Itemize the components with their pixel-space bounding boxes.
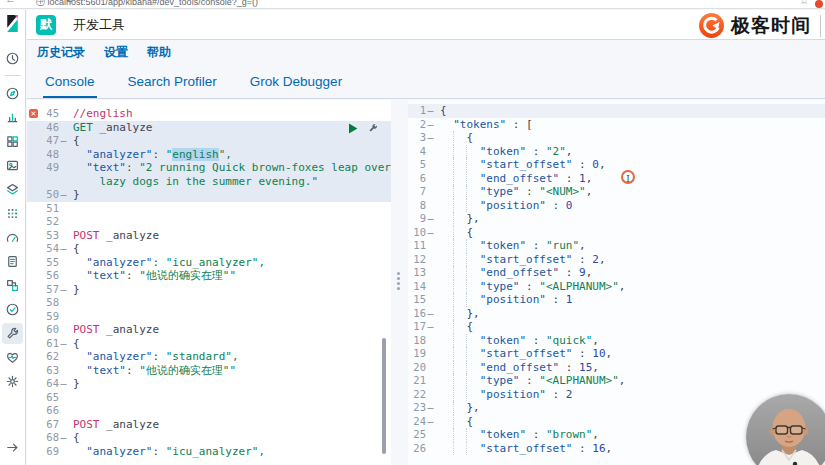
console-menu-item-2[interactable]: 帮助	[147, 44, 171, 61]
response-line[interactable]: 5 "start_offset" : 0,	[408, 158, 825, 172]
editor-line[interactable]: 53POST _analyze	[27, 229, 391, 243]
sidebar-item-canvas[interactable]	[2, 155, 23, 176]
console-menu-item-0[interactable]: 历史记录	[37, 44, 85, 61]
sidebar-item-recent[interactable]	[2, 48, 23, 69]
fold-toggle-icon[interactable]: –	[426, 415, 435, 429]
editor-line[interactable]: 46GET _analyze	[27, 121, 391, 135]
fold-toggle-icon[interactable]: –	[426, 307, 435, 321]
line-number: 56	[46, 269, 59, 283]
response-line[interactable]: 1–{	[408, 104, 825, 118]
response-line[interactable]: 8 "position" : 0	[408, 199, 825, 213]
sidebar-item-devtools[interactable]	[2, 323, 23, 344]
response-line[interactable]: 19 "start_offset" : 10,	[408, 347, 825, 361]
editor-line[interactable]: 65	[27, 391, 391, 405]
editor-line[interactable]: 64–}	[27, 377, 391, 391]
sidebar-item-metrics[interactable]	[2, 227, 23, 248]
editor-line[interactable]: 54–{	[27, 242, 391, 256]
editor-line[interactable]: 69 "analyzer": "icu_analyzer",	[27, 445, 391, 459]
response-line[interactable]: 7 "type" : "<NUM>",	[408, 185, 825, 199]
sidebar-item-uptime[interactable]	[2, 299, 23, 320]
fold-toggle-icon[interactable]: –	[59, 377, 68, 391]
editor-line[interactable]: 48 "analyzer": "english",	[27, 148, 391, 162]
pane-resize-handle[interactable]	[391, 100, 408, 465]
editor-line[interactable]: 66	[27, 404, 391, 418]
sidebar-item-apm[interactable]	[2, 275, 23, 296]
browser-avatar[interactable]	[815, 0, 823, 8]
fold-toggle-icon[interactable]: –	[59, 283, 68, 297]
response-line[interactable]: 4 "token" : "2",	[408, 145, 825, 159]
response-line[interactable]: 13 "end_offset" : 9,	[408, 266, 825, 280]
response-line[interactable]: 9– },	[408, 212, 825, 226]
send-request-icon[interactable]	[348, 123, 358, 134]
response-line[interactable]: 20 "end_offset" : 15,	[408, 361, 825, 375]
response-line[interactable]: 14 "type" : "<ALPHANUM>",	[408, 280, 825, 294]
response-line[interactable]: 15 "position" : 1	[408, 293, 825, 307]
editor-scrollbar[interactable]	[382, 338, 386, 454]
kibana-logo-icon[interactable]	[4, 14, 21, 37]
fold-toggle-icon[interactable]: –	[59, 188, 68, 202]
editor-line[interactable]: 67POST _analyze	[27, 418, 391, 432]
editor-line[interactable]: 57–}	[27, 283, 391, 297]
response-line[interactable]: 10– {	[408, 226, 825, 240]
response-line[interactable]: 2– "tokens" : [	[408, 118, 825, 132]
sidebar-item-ml[interactable]	[2, 203, 23, 224]
fold-toggle-icon[interactable]: –	[59, 134, 68, 148]
fold-toggle-icon[interactable]: –	[426, 104, 435, 118]
fold-toggle-icon[interactable]: –	[426, 320, 435, 334]
code-text: "analyzer": "icu_analyzer",	[68, 445, 265, 459]
response-line[interactable]: 22 "position" : 2	[408, 388, 825, 402]
fold-toggle-icon[interactable]: –	[59, 242, 68, 256]
console-menu-item-1[interactable]: 设置	[104, 44, 128, 61]
response-line[interactable]: 16– },	[408, 307, 825, 321]
response-line[interactable]: 18 "token" : "quick",	[408, 334, 825, 348]
response-line[interactable]: 11 "token" : "run",	[408, 239, 825, 253]
tab-console[interactable]: Console	[43, 65, 97, 98]
editor-line[interactable]: 68–{	[27, 431, 391, 445]
response-line[interactable]: 17– {	[408, 320, 825, 334]
sidebar-item-maps[interactable]	[2, 179, 23, 200]
response-line[interactable]: 3– {	[408, 131, 825, 145]
fold-toggle-icon[interactable]: –	[426, 118, 435, 132]
editor-line[interactable]: 61–{	[27, 337, 391, 351]
sidebar-item-monitoring[interactable]	[2, 347, 23, 368]
editor-line[interactable]: 59	[27, 310, 391, 324]
sidebar-item-logs[interactable]	[2, 251, 23, 272]
response-line[interactable]: 12 "start_offset" : 2,	[408, 253, 825, 267]
editor-line[interactable]: 60POST _analyze	[27, 323, 391, 337]
editor-line[interactable]: 58	[27, 296, 391, 310]
editor-line[interactable]: 56 "text": "他说的确实在理""	[27, 269, 391, 283]
sidebar-item-dashboard[interactable]	[2, 131, 23, 152]
fold-toggle-icon[interactable]: –	[59, 431, 68, 445]
tab-search-profiler[interactable]: Search Profiler	[126, 65, 219, 98]
editor-line[interactable]: 50–}	[27, 188, 391, 202]
editor-line[interactable]: lazy dogs in the summer evening."	[27, 175, 391, 189]
response-line[interactable]: 21 "type" : "<ALPHANUM>",	[408, 374, 825, 388]
editor-line[interactable]: 51	[27, 202, 391, 216]
sidebar-collapse-button[interactable]	[2, 437, 23, 458]
wrench-icon[interactable]	[367, 122, 379, 134]
editor-line[interactable]: 55 "analyzer": "icu_analyzer",	[27, 256, 391, 270]
editor-line[interactable]: ✕45//english	[27, 107, 391, 121]
fold-toggle-icon[interactable]: –	[59, 337, 68, 351]
fold-toggle-icon[interactable]: –	[426, 226, 435, 240]
fold-toggle-icon[interactable]: –	[426, 212, 435, 226]
code-text: {	[68, 134, 80, 148]
editor-line[interactable]: 63 "text": "他说的确实在理""	[27, 364, 391, 378]
editor-line[interactable]: 52	[27, 215, 391, 229]
tab-grok-debugger[interactable]: Grok Debugger	[248, 65, 344, 98]
sidebar-item-management[interactable]	[2, 371, 23, 392]
sidebar-item-discover[interactable]	[2, 83, 23, 104]
indent-guide	[453, 293, 466, 307]
url-field[interactable]: ⓘ localhost:5601/app/kibana#/dev_tools/c…	[36, 0, 258, 9]
fold-toggle-icon[interactable]: –	[426, 401, 435, 415]
space-badge[interactable]: 默	[36, 15, 56, 35]
response-line[interactable]: 6 "end_offset" : 1,I	[408, 172, 825, 186]
editor-line[interactable]: 62 "analyzer": "standard",	[27, 350, 391, 364]
editor-line[interactable]: 47–{	[27, 134, 391, 148]
fold-toggle-icon[interactable]: –	[426, 131, 435, 145]
line-number: 45	[46, 107, 59, 121]
bookmark-star-icon[interactable]: ☆	[799, 0, 809, 7]
request-editor[interactable]: ✕45//english46GET _analyze47–{48 "analyz…	[27, 100, 391, 465]
sidebar-item-visualize[interactable]	[2, 107, 23, 128]
editor-line[interactable]: 49 "text": "2 running Quick brown-foxes …	[27, 161, 391, 175]
